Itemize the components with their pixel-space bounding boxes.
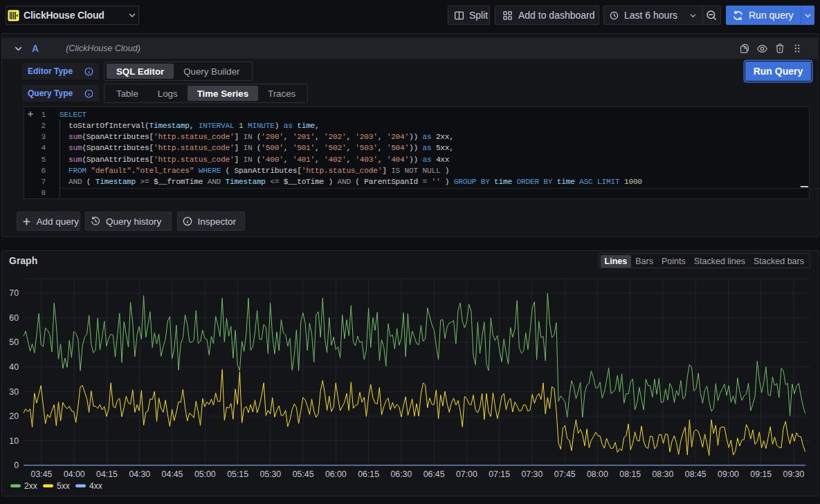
- svg-text:06:30: 06:30: [391, 469, 412, 479]
- svg-text:07:30: 07:30: [522, 469, 543, 479]
- svg-text:08:45: 08:45: [685, 469, 707, 479]
- svg-text:06:00: 06:00: [325, 469, 347, 479]
- svg-text:05:00: 05:00: [194, 469, 216, 479]
- svg-text:04:15: 04:15: [96, 469, 118, 479]
- svg-text:4xx: 4xx: [89, 481, 102, 491]
- svg-text:0: 0: [14, 460, 19, 470]
- svg-text:50: 50: [9, 337, 19, 347]
- svg-text:70: 70: [9, 288, 19, 298]
- svg-text:06:45: 06:45: [423, 469, 445, 479]
- svg-text:03:45: 03:45: [31, 469, 53, 479]
- svg-text:07:45: 07:45: [554, 469, 576, 479]
- svg-text:07:15: 07:15: [489, 469, 510, 479]
- svg-text:40: 40: [9, 362, 19, 372]
- svg-text:05:15: 05:15: [227, 469, 248, 479]
- svg-text:04:30: 04:30: [129, 469, 150, 479]
- svg-text:5xx: 5xx: [57, 481, 70, 491]
- svg-text:05:30: 05:30: [259, 469, 281, 479]
- svg-text:60: 60: [9, 313, 19, 323]
- svg-text:04:00: 04:00: [64, 469, 85, 479]
- svg-text:09:00: 09:00: [718, 469, 739, 479]
- svg-text:10: 10: [9, 436, 19, 446]
- svg-text:07:00: 07:00: [456, 469, 477, 479]
- svg-text:08:15: 08:15: [619, 469, 641, 479]
- svg-text:06:15: 06:15: [358, 469, 379, 479]
- svg-text:04:45: 04:45: [162, 469, 183, 479]
- svg-text:09:15: 09:15: [750, 469, 772, 479]
- svg-text:20: 20: [9, 411, 19, 421]
- svg-text:30: 30: [9, 387, 19, 397]
- svg-text:05:45: 05:45: [293, 469, 314, 479]
- svg-text:08:30: 08:30: [653, 469, 674, 479]
- svg-text:2xx: 2xx: [24, 481, 37, 491]
- svg-text:09:30: 09:30: [783, 469, 805, 479]
- svg-text:08:00: 08:00: [587, 469, 608, 479]
